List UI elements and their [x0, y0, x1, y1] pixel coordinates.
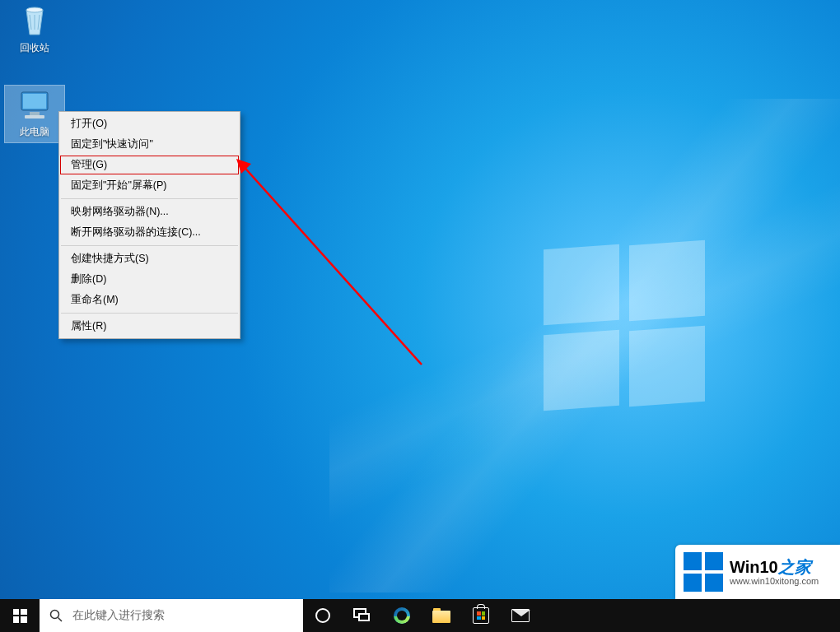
search-icon — [40, 609, 72, 622]
ctx-item-map-network-drive[interactable]: 映射网络驱动器(N)... — [59, 202, 240, 222]
folder-icon — [432, 608, 450, 623]
ctx-item-create-shortcut[interactable]: 创建快捷方式(S) — [59, 249, 240, 269]
context-menu: 打开(O) 固定到"快速访问" 管理(G) 固定到"开始"屏幕(P) 映射网络驱… — [58, 111, 240, 339]
ctx-item-rename[interactable]: 重命名(M) — [59, 290, 240, 310]
desktop[interactable]: 回收站 此电脑 打开(O) 固定到"快速访问" 管理(G) 固定到"开始"屏幕(… — [0, 0, 840, 632]
ctx-item-delete[interactable]: 删除(D) — [59, 269, 240, 290]
taskbar-task-view[interactable] — [343, 599, 382, 632]
taskbar-file-explorer[interactable] — [422, 599, 461, 632]
this-pc-icon — [15, 89, 54, 122]
ctx-item-pin-quick-access[interactable]: 固定到"快速访问" — [59, 134, 240, 155]
search-placeholder: 在此键入进行搜索 — [72, 608, 165, 623]
task-view-icon — [353, 608, 371, 623]
cortana-icon — [315, 608, 330, 623]
ctx-separator — [61, 198, 238, 199]
watermark: Win10之家 www.win10xitong.com — [675, 545, 840, 599]
desktop-icon-label: 回收站 — [5, 41, 64, 55]
taskbar-mail[interactable] — [501, 599, 540, 632]
ctx-item-manage[interactable]: 管理(G) — [59, 155, 240, 175]
watermark-url: www.win10xitong.com — [730, 576, 819, 586]
desktop-icon-this-pc[interactable]: 此电脑 — [5, 86, 64, 142]
start-button[interactable] — [0, 599, 40, 632]
ctx-item-disconnect-network-drive[interactable]: 断开网络驱动器的连接(C)... — [59, 222, 240, 243]
ctx-item-open[interactable]: 打开(O) — [59, 114, 240, 134]
svg-line-5 — [240, 163, 422, 365]
annotation-arrow — [232, 159, 446, 373]
ctx-item-pin-start[interactable]: 固定到"开始"屏幕(P) — [59, 175, 240, 196]
svg-point-7 — [51, 611, 59, 619]
taskbar-search[interactable]: 在此键入进行搜索 — [40, 599, 303, 632]
taskbar-cortana[interactable] — [303, 599, 343, 632]
svg-rect-2 — [23, 94, 46, 109]
store-icon — [473, 607, 489, 624]
windows-icon — [13, 609, 27, 623]
recycle-bin-icon — [15, 5, 54, 38]
desktop-icon-label: 此电脑 — [5, 125, 64, 139]
ctx-separator — [61, 245, 238, 246]
taskbar-edge[interactable] — [382, 599, 422, 632]
ctx-separator — [61, 313, 238, 314]
watermark-title: Win10之家 — [730, 558, 819, 576]
watermark-logo-icon — [684, 552, 723, 592]
windows-logo-wallpaper — [544, 247, 708, 411]
ctx-item-properties[interactable]: 属性(R) — [59, 316, 240, 337]
taskbar: 在此键入进行搜索 — [0, 599, 840, 632]
svg-line-8 — [58, 618, 63, 622]
svg-rect-4 — [25, 115, 44, 118]
desktop-icon-recycle-bin[interactable]: 回收站 — [5, 5, 64, 55]
svg-point-0 — [26, 7, 43, 12]
taskbar-store[interactable] — [461, 599, 501, 632]
svg-rect-3 — [30, 112, 40, 115]
edge-icon — [394, 607, 410, 624]
mail-icon — [511, 609, 530, 622]
